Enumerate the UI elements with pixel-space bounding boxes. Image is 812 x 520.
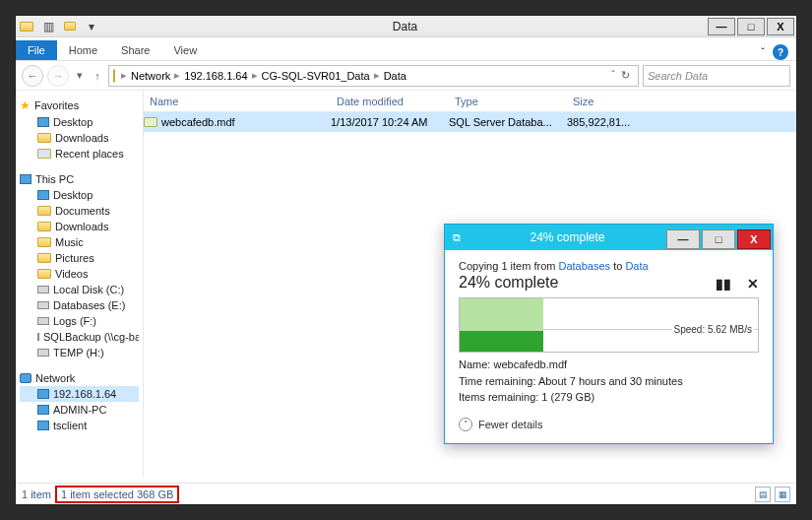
- nav-item[interactable]: Music: [20, 234, 139, 250]
- content-pane: Name Date modified Type Size webcafedb.m…: [144, 91, 796, 477]
- help-icon[interactable]: ?: [773, 44, 788, 60]
- tab-file[interactable]: File: [16, 40, 57, 60]
- address-row: ← → ▾ ↑ ▸ Network▸ 192.168.1.64▸ CG-SQL-…: [16, 61, 796, 91]
- copy-dest-link[interactable]: Data: [625, 260, 648, 272]
- nav-group-favorites[interactable]: ★Favorites: [20, 97, 139, 114]
- file-type: SQL Server Databa...: [449, 116, 567, 128]
- dialog-close-button[interactable]: X: [737, 229, 771, 249]
- dialog-icon: ⧉: [445, 231, 468, 244]
- nav-item[interactable]: SQLBackup (\\cg-ba: [20, 329, 139, 345]
- search-placeholder: Search Data: [648, 70, 708, 82]
- nav-item[interactable]: 192.168.1.64: [20, 386, 139, 402]
- explorer-window: ▥ ▾ Data — □ X File Home Share View ˇ ? …: [15, 15, 797, 505]
- details-view-icon[interactable]: ▤: [755, 487, 771, 502]
- nav-item[interactable]: Desktop: [20, 187, 139, 203]
- tab-view[interactable]: View: [161, 40, 209, 60]
- qat-newfolder-icon[interactable]: [59, 16, 81, 37]
- window-title: Data: [102, 20, 708, 33]
- qat-dropdown-icon[interactable]: ▾: [81, 16, 102, 37]
- column-headers[interactable]: Name Date modified Type Size: [144, 91, 796, 112]
- file-date: 1/13/2017 10:24 AM: [331, 116, 449, 128]
- crumb[interactable]: Data: [382, 70, 408, 82]
- nav-item[interactable]: Pictures: [20, 250, 139, 266]
- address-dropdown-icon[interactable]: ˇ: [611, 69, 615, 82]
- col-type[interactable]: Type: [449, 96, 567, 107]
- crumb[interactable]: 192.168.1.64: [182, 70, 249, 82]
- speed-label: Speed: 5.62 MB/s: [672, 324, 755, 335]
- file-size: 385,922,81...: [567, 116, 656, 128]
- file-row[interactable]: webcafedb.mdf 1/13/2017 10:24 AM SQL Ser…: [144, 112, 796, 132]
- ribbon-expand-icon[interactable]: ˇ: [761, 46, 765, 58]
- search-input[interactable]: Search Data: [643, 65, 790, 87]
- status-count: 1 item: [22, 488, 51, 500]
- status-bar: 1 item 1 item selected 368 GB ▤ ▦: [16, 483, 796, 504]
- nav-item[interactable]: Downloads: [20, 130, 139, 146]
- dialog-titlebar: ⧉ 24% complete — □ X: [445, 225, 773, 250]
- dialog-title: 24% complete: [468, 230, 666, 244]
- main: ★Favorites Desktop Downloads Recent plac…: [16, 91, 796, 477]
- col-size[interactable]: Size: [567, 96, 656, 107]
- nav-item[interactable]: Logs (F:): [20, 313, 139, 329]
- nav-item[interactable]: Recent places: [20, 146, 139, 162]
- dialog-maximize-button[interactable]: □: [702, 229, 735, 249]
- nav-pane: ★Favorites Desktop Downloads Recent plac…: [16, 91, 144, 477]
- nav-item[interactable]: Local Disk (C:): [20, 282, 139, 297]
- fewer-details-button[interactable]: ˄ Fewer details: [459, 418, 759, 431]
- crumb[interactable]: Network: [129, 70, 172, 82]
- nav-item[interactable]: tsclient: [20, 418, 139, 433]
- forward-button[interactable]: →: [47, 65, 69, 87]
- tab-home[interactable]: Home: [57, 40, 109, 60]
- copy-source-link[interactable]: Databases: [558, 260, 610, 272]
- nav-item[interactable]: Videos: [20, 266, 139, 282]
- copy-meta: Name: webcafedb.mdf Time remaining: Abou…: [459, 357, 759, 406]
- file-name: webcafedb.mdf: [161, 116, 235, 128]
- recent-locations-icon[interactable]: ▾: [73, 69, 87, 82]
- titlebar: ▥ ▾ Data — □ X: [16, 16, 796, 37]
- copy-dialog: ⧉ 24% complete — □ X Copying 1 item from…: [444, 224, 774, 444]
- address-bar[interactable]: ▸ Network▸ 192.168.1.64▸ CG-SQL-SVR01_Da…: [108, 65, 639, 87]
- back-button[interactable]: ←: [22, 65, 43, 87]
- nav-item[interactable]: Databases (E:): [20, 297, 139, 313]
- nav-group-network[interactable]: Network: [20, 370, 139, 386]
- tab-share[interactable]: Share: [109, 40, 161, 60]
- ribbon: File Home Share View ˇ ?: [16, 37, 796, 61]
- refresh-icon[interactable]: ↻: [621, 69, 630, 82]
- col-name[interactable]: Name: [144, 96, 331, 107]
- qat-properties-icon[interactable]: ▥: [37, 16, 59, 37]
- cancel-button[interactable]: ✕: [747, 276, 759, 292]
- folder-icon: [16, 16, 37, 37]
- pause-button[interactable]: ▮▮: [716, 276, 731, 292]
- nav-item[interactable]: Downloads: [20, 219, 139, 234]
- status-selection: 1 item selected 368 GB: [55, 486, 179, 503]
- nav-item[interactable]: Desktop: [20, 114, 139, 130]
- large-icons-view-icon[interactable]: ▦: [775, 487, 790, 502]
- dialog-minimize-button[interactable]: —: [666, 229, 700, 249]
- crumb[interactable]: CG-SQL-SVR01_Data: [260, 70, 372, 82]
- maximize-button[interactable]: □: [737, 18, 765, 35]
- minimize-button[interactable]: —: [708, 18, 735, 35]
- copy-percent: 24% complete: [459, 274, 759, 292]
- nav-item[interactable]: TEMP (H:): [20, 345, 139, 360]
- speed-graph: Speed: 5.62 MB/s: [459, 297, 759, 353]
- copy-description: Copying 1 item from Databases to Data: [459, 260, 759, 272]
- nav-group-thispc[interactable]: This PC: [20, 171, 139, 187]
- nav-item[interactable]: ADMIN-PC: [20, 402, 139, 418]
- col-date[interactable]: Date modified: [331, 96, 449, 107]
- up-button[interactable]: ↑: [91, 70, 104, 82]
- nav-item[interactable]: Documents: [20, 203, 139, 219]
- chevron-up-icon: ˄: [459, 418, 472, 431]
- close-button[interactable]: X: [767, 18, 794, 35]
